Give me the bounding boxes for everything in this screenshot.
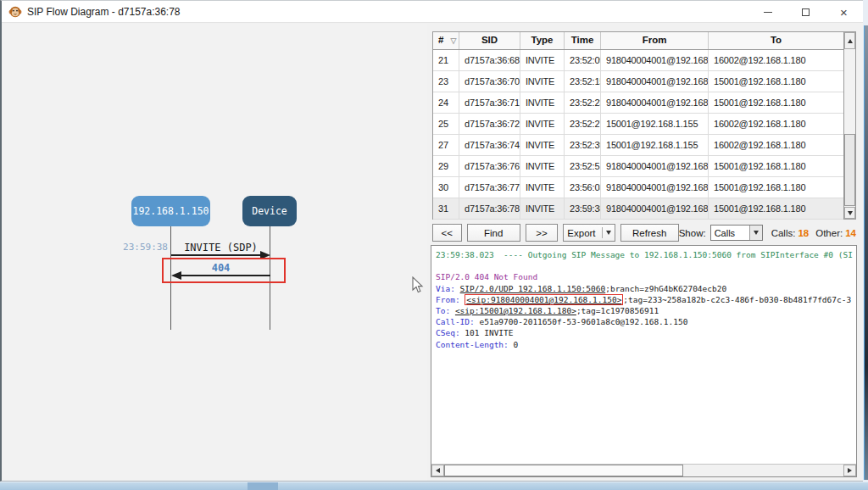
to-uri: <sip:15001@192.168.1.180> [455,306,576,315]
from-uri: <sip:918040004001@192.168.1.150> [466,295,621,304]
show-label: Show: [679,228,706,238]
minimize-button[interactable] [748,1,787,23]
table-row[interactable]: 29d7157a:36:76INVITE23:52:51918040004001… [433,156,843,177]
close-button[interactable]: × [825,1,863,23]
invite-arrow [171,254,261,256]
show-dropdown-value: Calls [711,228,749,238]
scroll-left-button[interactable] [431,465,444,476]
table-row[interactable]: 21d7157a:36:68INVITE23:52:09918040004001… [433,50,843,71]
close-icon: × [840,6,848,19]
message-timestamp: 23:59:38 [120,242,168,253]
sip-message-table: #▽ SID Type Time From To 21d7157a:36:68I… [432,31,856,220]
message-counts: Calls: 18 Other: 14 [771,228,856,238]
table-vertical-scrollbar[interactable] [843,32,855,219]
table-row[interactable]: 24d7157a:36:71INVITE23:52:23918040004001… [433,92,843,114]
table-row-selected[interactable]: 31d7157a:36:78INVITE23:59:38918040004001… [433,198,843,220]
scroll-left-icon [436,468,440,473]
calls-count-value: 18 [798,228,809,238]
minimize-icon [764,12,772,13]
scroll-down-icon [848,211,853,215]
log-horizontal-scrollbar[interactable] [431,464,856,476]
window-title: SIP Flow Diagram - d7157a:36:78 [27,6,181,18]
log-cseq-line: CSeq: 101 INVITE [436,327,856,338]
column-header-num[interactable]: #▽ [433,32,459,49]
calls-count-label: Calls: [771,228,796,238]
table-header-row: #▽ SID Type Time From To [433,32,843,50]
response-arrow-label: 404 [171,262,270,274]
previous-button[interactable]: << [432,224,462,242]
invite-arrow-label: INVITE (SDP) [171,242,270,253]
show-dropdown[interactable]: Calls [710,225,763,241]
table-row[interactable]: 30d7157a:36:77INVITE23:56:03918040004001… [433,177,843,198]
log-direction-line: 23:59:38.023 ---- Outgoing SIP Message t… [436,249,856,260]
scrollbar-thumb[interactable] [844,134,855,206]
from-uri-highlight-box: <sip:918040004001@192.168.1.150> [465,294,623,305]
dropdown-arrow-button[interactable] [749,226,762,240]
log-to-line: To: <sip:15001@192.168.1.180>;tag=1c1970… [436,305,856,316]
export-dropdown-icon [606,231,611,235]
actor-box-ip: 192.168.1.150 [131,196,210,226]
log-blank-line [436,260,856,271]
table-row[interactable]: 25d7157a:36:72INVITE23:52:2715001@192.16… [433,114,843,135]
column-header-type[interactable]: Type [520,32,565,49]
log-from-line: From: <sip:918040004001@192.168.1.150>;t… [436,294,856,305]
find-button[interactable]: Find [467,224,520,242]
mouse-cursor-icon [412,276,424,294]
actor-box-device: Device [242,196,297,226]
chevron-down-icon [754,231,759,235]
maximize-icon [802,8,810,16]
log-content-length-line: Content-Length: 0 [436,339,856,350]
background-window-edge [864,25,868,480]
background-window-strip [0,482,868,490]
column-header-from[interactable]: From [601,32,709,49]
column-header-to[interactable]: To [709,32,843,49]
scroll-down-button[interactable] [844,207,855,219]
flow-diagram-canvas: 192.168.1.150 Device 23:59:38 INVITE (SD… [3,24,427,481]
response-arrowhead-icon [171,271,181,280]
titlebar: SIP Flow Diagram - d7157a:36:78 × [2,1,863,23]
sip-message-view[interactable]: 23:59:38.023 ---- Outgoing SIP Message t… [431,245,857,477]
export-button[interactable]: Export [563,224,615,242]
sip-flow-diagram-window: SIP Flow Diagram - d7157a:36:78 × 192.16… [0,0,863,482]
log-callid-line: Call-ID: e51a9700-2011650f-53-9601a8c0@1… [436,316,856,327]
table-row[interactable]: 23d7157a:36:70INVITE23:52:15918040004001… [433,71,843,92]
scroll-right-icon [848,468,852,473]
column-header-time[interactable]: Time [565,32,601,49]
next-button[interactable]: >> [526,224,558,242]
scroll-up-button[interactable] [844,32,855,49]
other-count-label: Other: [815,228,843,238]
maximize-button[interactable] [787,1,825,23]
table-row[interactable]: 27d7157a:36:74INVITE23:52:3915001@192.16… [433,135,843,156]
sip-message-text: 23:59:38.023 ---- Outgoing SIP Message t… [431,246,856,463]
refresh-button[interactable]: Refresh [620,224,679,242]
scroll-up-icon [848,39,853,43]
column-header-sid[interactable]: SID [459,32,520,49]
log-via-line: Via: SIP/2.0/UDP 192.168.1.150:5060;bran… [436,283,856,294]
other-count-value: 14 [845,228,856,238]
scrollbar-thumb[interactable] [444,465,683,476]
window-controls: × [748,1,863,23]
show-filter-group: Show: Calls Calls: 18 Other: 14 [679,225,856,241]
sort-indicator-icon: ▽ [450,36,456,45]
via-uri: SIP/2.0/UDP 192.168.1.150:5060 [460,284,606,293]
toolbar: << Find >> Export Refresh Show: Calls Ca… [432,224,856,242]
response-arrow [181,275,270,276]
log-status-line: SIP/2.0 404 Not Found [436,271,856,282]
scroll-right-button[interactable] [843,465,856,476]
app-monkey-icon [8,5,22,19]
